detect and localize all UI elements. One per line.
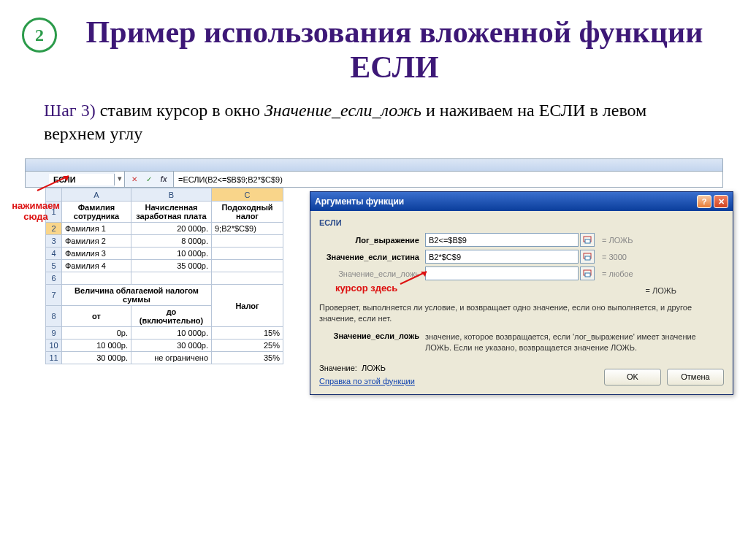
function-name-label: ЕСЛИ [319,218,724,227]
cell[interactable]: 30 000р. [131,340,212,352]
cell[interactable]: Подоходный налог [212,202,283,223]
row-header[interactable]: 10 [46,340,62,352]
formula-bar: ЕСЛИ ▾ ✕ ✓ fx =ЕСЛИ(B2<=$B$9;B2*$C$9) [25,172,723,188]
arg3-result: = любое [602,269,633,278]
row-header[interactable]: 2 [46,223,62,235]
svg-rect-7 [585,273,590,277]
cancel-button[interactable]: Отмена [667,369,724,386]
arg2-result: = 3000 [602,253,627,261]
cell[interactable]: 10 000р. [131,327,212,340]
cell[interactable]: Фамилия 2 [62,235,131,248]
dialog-titlebar[interactable]: Аргументы функции ? ✕ [310,192,733,211]
help-link[interactable]: Справка по этой функции [319,377,415,386]
cell[interactable]: не ограничено [131,352,212,364]
row-header[interactable]: 9 [46,327,62,340]
collapse-dialog-icon[interactable] [580,233,595,247]
formula-input[interactable]: =ЕСЛИ(B2<=$B$9;B2*$C$9) [173,172,722,187]
cell[interactable]: Налог [212,285,283,327]
row-header[interactable]: 4 [46,248,62,260]
cell[interactable]: Начисленная заработная плата [131,202,212,223]
row-header[interactable]: 5 [46,260,62,272]
close-icon[interactable]: ✕ [714,195,728,208]
arg2-label: Значение_если_истина [319,253,425,261]
callout-click-here: нажимаем сюда [10,201,61,222]
ribbon-strip [25,158,723,172]
row-header[interactable]: 6 [46,272,62,285]
cell[interactable] [131,272,212,285]
row-header[interactable]: 7 [46,285,62,306]
arg1-result: = ЛОЖЬ [602,236,633,245]
col-header-b[interactable]: B [131,188,212,202]
cell[interactable]: 35% [212,352,283,364]
worksheet-grid[interactable]: A B C 1 Фамилия сотрудника Начисленная з… [45,188,283,364]
cell[interactable] [62,272,131,285]
step-label: Шаг 3) [44,101,96,120]
slide-title-row: 2 Пример использования вложенной функции… [22,15,726,85]
arg1-label: Лог_выражение [319,236,425,245]
slide-number-badge: 2 [22,18,57,53]
fx-icon[interactable]: fx [157,174,170,185]
cell[interactable]: 35 000р. [131,260,212,272]
result-value: Значение: ЛОЖЬ [319,364,415,372]
cell[interactable]: 10 000р. [62,340,131,352]
svg-rect-5 [585,256,590,260]
cell[interactable]: от [62,306,131,327]
cell[interactable]: 0р. [62,327,131,340]
arg1-input[interactable] [425,233,579,247]
accept-formula-icon[interactable]: ✓ [142,174,156,185]
name-box-dropdown[interactable]: ▾ [115,172,125,187]
arg3-input[interactable] [425,266,579,280]
cell[interactable]: Величина облагаемой налогом суммы [62,285,212,306]
function-description: Проверяет, выполняется ли условие, и воз… [319,302,724,324]
cell[interactable]: 9;B2*$C$9) [212,223,283,235]
cell[interactable]: Фамилия 3 [62,248,131,260]
row-header[interactable]: 3 [46,235,62,248]
cell[interactable]: 25% [212,340,283,352]
cancel-formula-icon[interactable]: ✕ [128,174,141,185]
dialog-title-text: Аргументы функции [315,196,404,207]
cell[interactable] [212,260,283,272]
cell[interactable]: Фамилия сотрудника [62,202,131,223]
cell[interactable]: Фамилия 4 [62,260,131,272]
row-header[interactable]: 8 [46,306,62,327]
svg-rect-3 [585,239,590,243]
cell[interactable]: 30 000р. [62,352,131,364]
callout-cursor-here: курсор здесь [335,283,397,294]
cell[interactable]: Фамилия 1 [62,223,131,235]
collapse-dialog-icon[interactable] [580,250,595,264]
cell[interactable] [212,235,283,248]
cell[interactable]: 15% [212,327,283,340]
step-instruction: Шаг 3) ставим курсор в окно Значение_есл… [44,99,704,146]
col-header-c[interactable]: C [212,188,283,202]
cell[interactable]: 20 000р. [131,223,212,235]
excel-screenshot: ЕСЛИ ▾ ✕ ✓ fx =ЕСЛИ(B2<=$B$9;B2*$C$9) на… [25,158,723,364]
cell[interactable] [212,248,283,260]
row-header[interactable]: 11 [46,352,62,364]
help-icon[interactable]: ? [697,195,711,208]
slide-title: Пример использования вложенной функции Е… [63,15,726,85]
svg-line-0 [37,176,69,191]
arrow-to-namebox [34,172,77,193]
arg-desc-text: значение, которое возвращается, если 'ло… [425,331,724,353]
cell[interactable]: 8 000р. [131,235,212,248]
cell[interactable]: до (включительно) [131,306,212,327]
cell[interactable] [212,272,283,285]
ok-button[interactable]: OK [604,369,661,386]
arrow-to-arg3 [397,268,434,287]
collapse-dialog-icon[interactable] [580,266,595,280]
cell[interactable]: 10 000р. [131,248,212,260]
arg2-input[interactable] [425,250,579,264]
arg-desc-label: Значение_если_ложь [319,331,425,353]
